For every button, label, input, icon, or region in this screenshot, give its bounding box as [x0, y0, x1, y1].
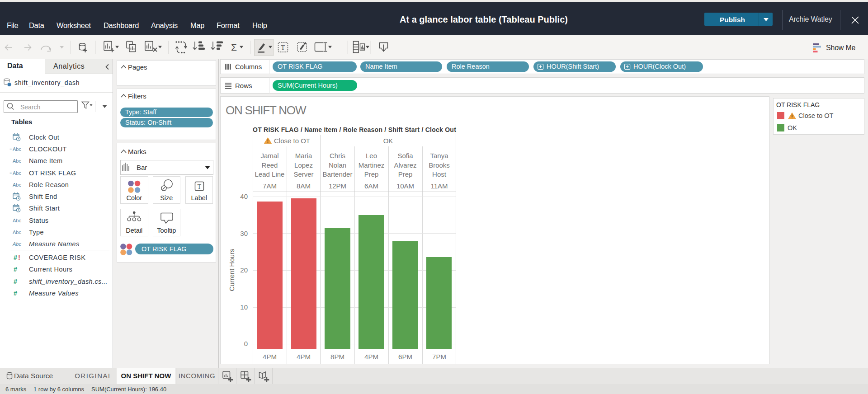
- svg-text:#: #: [14, 290, 17, 297]
- svg-text:T: T: [281, 44, 285, 51]
- svg-text:#: #: [14, 254, 17, 261]
- svg-text:Abc: Abc: [13, 158, 21, 164]
- svg-text:Abc: Abc: [13, 182, 21, 188]
- svg-text:#: #: [14, 278, 17, 285]
- svg-text:!: !: [18, 254, 20, 261]
- svg-text:Abc: Abc: [13, 146, 21, 152]
- svg-text:Abc: Abc: [13, 170, 21, 176]
- svg-text:#: #: [14, 266, 17, 273]
- svg-text:Abc: Abc: [13, 230, 21, 235]
- svg-text:Σ: Σ: [231, 42, 237, 52]
- svg-text:T: T: [198, 183, 202, 190]
- svg-text:Abc: Abc: [12, 241, 21, 247]
- svg-text:Abc: Abc: [13, 218, 21, 223]
- svg-text:=: =: [9, 171, 12, 175]
- svg-text:=: =: [9, 147, 12, 151]
